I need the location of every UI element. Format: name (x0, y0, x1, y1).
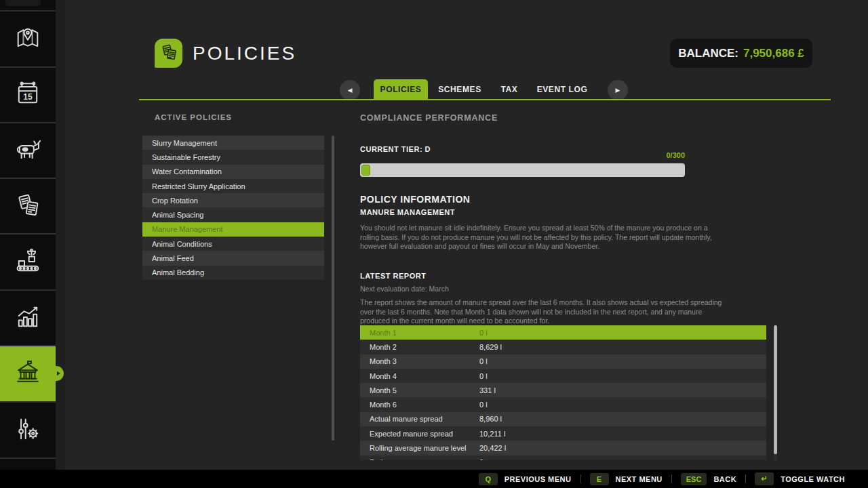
report-row-label: Month 5 (370, 386, 397, 394)
policies-icon (159, 42, 179, 65)
report-row-label: Rating (370, 458, 391, 460)
report-row[interactable]: Month 3 0 l (360, 354, 766, 369)
sidebar-item-settings[interactable] (0, 403, 56, 458)
key-esc: ESC (681, 473, 707, 485)
report-row[interactable]: Actual manure spread 8,960 l (360, 412, 766, 426)
calendar-icon: 15 (13, 79, 43, 111)
report-row-value: 8,629 l (479, 343, 502, 351)
chevron-left-icon: ◀ (348, 87, 353, 94)
tab-prev-button[interactable]: ◀ (340, 80, 360, 100)
report-row-label: Month 6 (370, 401, 397, 409)
settings-sliders-icon (13, 414, 43, 447)
sidebar-divider (0, 233, 56, 235)
report-row-label: Expected manure spread (370, 430, 453, 438)
policy-info-heading: POLICY INFORMATION (360, 194, 470, 205)
policy-description: You should not let manure sit idle indef… (360, 224, 725, 251)
balance-value: 7,950,686 £ (743, 47, 804, 60)
policy-list-item[interactable]: Animal Bedding (142, 266, 324, 280)
key-q: Q (479, 473, 498, 485)
tab-tax[interactable]: TAX (486, 79, 532, 99)
next-evaluation-date: Next evaluation date: March (360, 285, 449, 294)
sidebar-item-contracts[interactable] (0, 179, 56, 233)
report-row-value: 0 l (479, 357, 488, 365)
bottom-keybind-bar: Q PREVIOUS MENU E NEXT MENU ESC BACK ↵ T… (0, 470, 868, 488)
bank-icon (13, 358, 43, 390)
svg-text:15: 15 (23, 92, 33, 102)
report-row-value: 8,960 l (479, 415, 502, 423)
compliance-score: 0/300 (360, 151, 685, 159)
report-row-value: 331 l (479, 386, 496, 394)
compliance-progress-bar (360, 163, 685, 177)
policy-list-item[interactable]: Animal Conditions (142, 237, 324, 251)
sidebar-edge-band (56, 0, 65, 470)
report-row-value: 0 l (479, 401, 488, 409)
report-row-label: Month 3 (370, 357, 397, 365)
sidebar-item-production[interactable] (0, 235, 56, 289)
report-row-value: 20,422 l (479, 444, 506, 452)
active-policies-heading: ACTIVE POLICIES (155, 113, 232, 121)
documents-icon (13, 190, 43, 222)
latest-report-heading: LATEST REPORT (360, 272, 426, 280)
policy-list-item[interactable]: Restricted Slurry Application (142, 179, 324, 193)
policy-list-item[interactable]: Water Contamination (142, 165, 324, 179)
report-description: The report shows the amount of manure sp… (360, 298, 725, 326)
enter-key-icon: ↵ (755, 472, 774, 485)
report-row[interactable]: Month 4 0 l (360, 369, 766, 383)
sidebar-item-finances-selected[interactable] (0, 346, 56, 401)
chevron-right-icon: ▶ (616, 87, 620, 94)
keybind-separator (745, 474, 746, 483)
report-row[interactable]: Month 5 331 l (360, 383, 766, 397)
statistics-icon (13, 302, 43, 334)
sidebar-divider (0, 458, 56, 459)
report-row[interactable]: Month 2 8,629 l (360, 340, 766, 354)
production-icon (13, 246, 43, 279)
list-scrollbar[interactable] (332, 136, 334, 441)
report-row-value: 0 (479, 458, 484, 460)
tab-schemes[interactable]: SCHEMES (432, 79, 488, 99)
keybind-separator (580, 474, 581, 483)
report-row-label: Month 2 (370, 343, 397, 351)
report-row-label: Month 1 (370, 329, 397, 337)
report-row-value: 0 l (479, 372, 488, 380)
report-row-value: 10,211 l (479, 430, 505, 438)
sidebar-item-calendar[interactable]: 15 (0, 68, 56, 122)
report-row[interactable]: Expected manure spread 10,211 l (360, 426, 766, 441)
report-row[interactable]: Rolling average manure level 20,422 l (360, 441, 766, 455)
keybind-separator (671, 474, 672, 483)
cow-icon (13, 134, 43, 167)
policy-list-item[interactable]: Sustainable Forestry (142, 150, 324, 164)
compliance-progress-fill (361, 165, 370, 176)
tab-next-button[interactable]: ▶ (608, 80, 628, 100)
report-row-value: 0 l (479, 329, 488, 337)
balance-label: BALANCE: (678, 47, 738, 60)
keybind-next-menu[interactable]: E NEXT MENU (590, 473, 663, 485)
report-row-label: Rolling average manure level (370, 444, 466, 452)
policy-list-item[interactable]: Animal Spacing (142, 207, 324, 222)
policy-list-item[interactable]: Animal Feed (142, 251, 324, 265)
policy-list-item[interactable]: Crop Rotation (142, 193, 324, 207)
compliance-heading: COMPLIANCE PERFORMANCE (360, 113, 498, 123)
sidebar-clipped-item (5, 0, 41, 6)
report-row-clipped[interactable]: Rating 0 (360, 455, 766, 460)
tab-underline (139, 99, 831, 100)
balance-badge: BALANCE: 7,950,686 £ (670, 39, 812, 68)
report-row-label: Month 4 (370, 372, 397, 380)
tab-policies[interactable]: POLICIES (374, 79, 428, 99)
key-e: E (590, 473, 609, 485)
table-scrollbar-thumb[interactable] (774, 325, 777, 454)
page-icon (155, 39, 182, 68)
keybind-back[interactable]: ESC BACK (681, 473, 736, 485)
tab-event-log[interactable]: EVENT LOG (534, 79, 591, 99)
report-row-selected[interactable]: Month 1 0 l (360, 325, 766, 340)
report-row-label: Actual manure spread (370, 415, 443, 423)
policy-list-item-selected[interactable]: Manure Management (142, 222, 324, 237)
sidebar-item-animals[interactable] (0, 123, 56, 178)
policy-list-item[interactable]: Slurry Management (142, 136, 324, 150)
report-table: Month 1 0 l Month 2 8,629 l Month 3 0 l … (360, 325, 766, 460)
sidebar-item-statistics[interactable] (0, 291, 56, 345)
map-icon (13, 23, 43, 56)
sidebar-item-map[interactable] (0, 12, 56, 66)
report-row[interactable]: Month 6 0 l (360, 397, 766, 411)
keybind-toggle-watch[interactable]: ↵ TOGGLE WATCH (755, 472, 845, 485)
keybind-previous-menu[interactable]: Q PREVIOUS MENU (479, 473, 572, 485)
